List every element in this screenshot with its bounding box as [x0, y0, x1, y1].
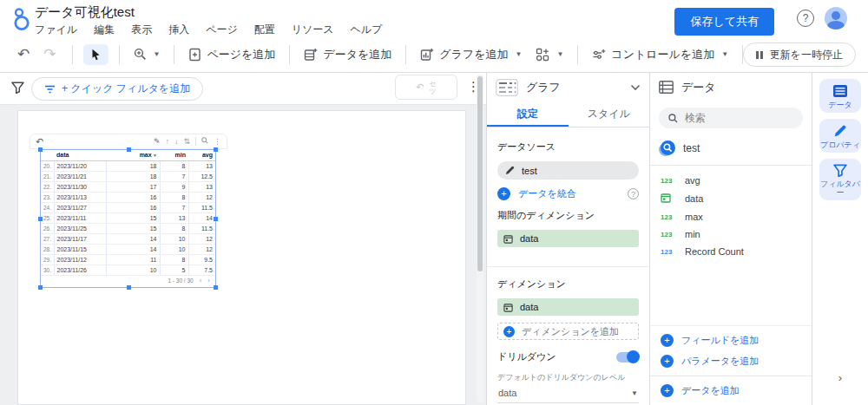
workspace: + クイック フィルタを追加 ↶ セツ ⋮ ↶ ✎ ↑ ↓ ⇅ [0, 73, 868, 405]
add-dimension-button[interactable]: + ディメンションを追加 [497, 323, 639, 340]
data-source-chip[interactable]: test [497, 161, 639, 180]
date-dimension-chip[interactable]: data [497, 230, 639, 247]
collapse-rail-icon[interactable]: › [812, 371, 868, 384]
report-page[interactable]: ↶ ✎ ↑ ↓ ⇅ ⋮ datamax ▼minavg [17, 110, 466, 405]
pause-updates-button[interactable]: 更新を一時停止 [743, 42, 856, 67]
table-cell: 12 [188, 192, 215, 202]
table-cell: 9 [160, 181, 188, 192]
community-visualizations-button[interactable]: ▼ [530, 43, 569, 66]
table-column-header-max[interactable]: max ▼ [106, 150, 160, 160]
calendar-icon [661, 193, 676, 205]
table-column-header-min[interactable]: min [160, 150, 188, 160]
table-column-header-avg[interactable]: avg [188, 150, 215, 160]
selection-handle[interactable] [127, 285, 131, 290]
avatar[interactable] [825, 7, 847, 29]
field-search-input[interactable]: 検索 [659, 108, 803, 128]
report-title[interactable]: データ可視化test [35, 4, 135, 21]
field-row-min[interactable]: 123min [650, 225, 812, 243]
rail-label-filter-bar: フィルタバー [819, 180, 861, 197]
drilldown-toggle[interactable] [616, 352, 639, 363]
add-control-button[interactable]: コントロールを追加 ▼ [587, 42, 733, 67]
menu-item-ヘルプ[interactable]: ヘルプ [351, 23, 383, 37]
pagination-next-icon[interactable]: › [207, 277, 210, 284]
data-source-row[interactable]: test [661, 140, 801, 155]
table-chart-element[interactable]: datamax ▼minavg 20.2023/11/201881321.202… [40, 149, 216, 288]
table-cell: 8 [160, 254, 188, 265]
data-source-section-label: データソース [497, 140, 639, 154]
menu-item-ページ[interactable]: ページ [206, 23, 238, 37]
table-column-header-data[interactable]: data [54, 150, 106, 160]
tab-setup[interactable]: 設定 [487, 101, 569, 127]
table-cell: 2023/11/30 [54, 181, 106, 192]
number-type-icon: 123 [661, 248, 676, 256]
zoom-tool[interactable]: ▼ [128, 43, 166, 65]
save-share-button[interactable]: 保存して共有 [674, 8, 774, 36]
menu-item-ファイル[interactable]: ファイル [35, 23, 77, 37]
table-cell: 2023/11/20 [54, 160, 106, 171]
sort-settings-icon[interactable]: ⇅ [183, 138, 190, 146]
selection-handle[interactable] [38, 285, 43, 290]
element-undo-icon[interactable]: ↶ [36, 137, 43, 147]
rail-item-filter-bar[interactable]: フィルタバー [819, 159, 861, 200]
add-data-button[interactable]: データを追加 [299, 42, 397, 67]
undo-icon[interactable]: ↶ [10, 45, 36, 63]
selection-handle[interactable] [127, 147, 131, 152]
help-icon[interactable]: ? [797, 10, 814, 27]
drilldown-level-select[interactable]: data ▼ [497, 385, 639, 403]
menu-item-配置[interactable]: 配置 [254, 23, 275, 37]
add-page-label: ページを追加 [207, 47, 275, 62]
help-icon[interactable]: ? [628, 188, 639, 199]
table-cell: 13 [188, 160, 215, 171]
table-cell: 7 [160, 202, 188, 212]
data-list-icon [659, 81, 674, 94]
field-row-data[interactable]: data [650, 189, 812, 208]
blend-data-button[interactable]: + データを統合 ? [497, 187, 639, 200]
pagination-prev-icon[interactable]: ‹ [200, 277, 202, 284]
select-cursor-tool[interactable] [83, 44, 108, 65]
right-rail: データ プロパティ フィルタバー › [812, 73, 868, 405]
selection-handle[interactable] [38, 147, 43, 152]
rail-item-data[interactable]: データ [819, 79, 861, 113]
undo-ghost-icon: ↶ [416, 82, 424, 93]
filter-list-icon [44, 85, 56, 94]
field-row-record-count[interactable]: 123Record Count [650, 243, 812, 260]
selection-handle[interactable] [214, 285, 218, 290]
add-chart-button[interactable]: グラフを追加 ▼ [415, 42, 527, 67]
selection-handle[interactable] [214, 217, 218, 221]
menu-item-編集[interactable]: 編集 [94, 23, 115, 37]
dimension-chip[interactable]: data [497, 298, 639, 316]
move-up-icon[interactable]: ↑ [165, 138, 169, 146]
quick-filter-add-button[interactable]: + クイック フィルタを追加 [31, 77, 203, 101]
field-row-avg[interactable]: 123avg [650, 172, 812, 189]
data-source-name: test [683, 142, 700, 154]
selection-handle[interactable] [214, 147, 218, 152]
field-row-max[interactable]: 123max [650, 208, 812, 225]
add-field-button[interactable]: + フィールドを追加 [661, 334, 801, 347]
data-panel-header: データ [650, 73, 812, 101]
chevron-down-icon[interactable] [630, 84, 641, 91]
menu-item-表示[interactable]: 表示 [131, 23, 152, 37]
move-down-icon[interactable]: ↓ [174, 138, 179, 146]
dimension-field: data [520, 302, 538, 312]
add-page-button[interactable]: ページを追加 [183, 42, 280, 67]
table-cell: 9.5 [188, 254, 215, 265]
redo-icon[interactable]: ↷ [36, 45, 62, 63]
row-number-cell: 25. [41, 212, 54, 223]
selection-handle[interactable] [38, 217, 43, 221]
widget-hint-pill[interactable]: ↶ セツ [395, 75, 457, 100]
rail-item-properties[interactable]: プロパティ [819, 119, 861, 153]
canvas-scrollbar[interactable] [477, 75, 483, 403]
chevron-down-icon: ▼ [556, 50, 563, 58]
table-cell: 2023/11/17 [54, 233, 106, 244]
element-more-icon[interactable]: ⋮ [214, 138, 221, 146]
edit-pencil-icon[interactable]: ✎ [154, 138, 161, 146]
add-data-button-bottom[interactable]: + データを追加 [661, 384, 801, 397]
menu-item-挿入[interactable]: 挿入 [168, 23, 189, 37]
rail-label-data: データ [819, 101, 861, 109]
add-parameter-button[interactable]: + パラメータを追加 [661, 355, 801, 368]
filter-funnel-icon[interactable] [11, 82, 24, 96]
tab-style[interactable]: スタイル [569, 101, 650, 127]
element-search-icon[interactable] [201, 137, 208, 146]
menu-item-リソース[interactable]: リソース [292, 23, 334, 37]
table-row: 27.2023/11/17141012 [41, 233, 215, 244]
